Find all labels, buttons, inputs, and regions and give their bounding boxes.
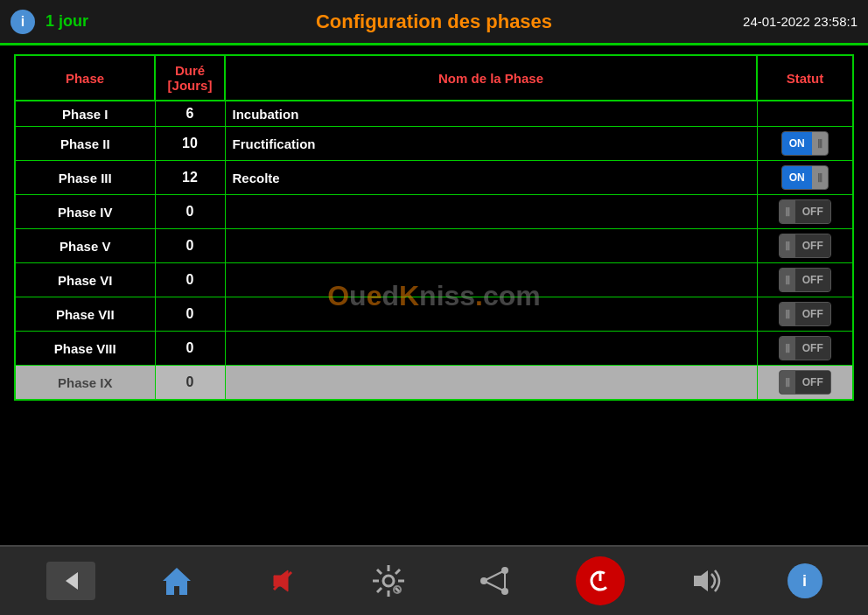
- phase-name-cell: Phase IV: [15, 195, 155, 229]
- svg-line-9: [377, 570, 382, 574]
- statut-cell[interactable]: [757, 101, 853, 127]
- toggle-lines-icon: ⦀: [780, 371, 795, 394]
- phase-name-cell: Phase VI: [15, 263, 155, 297]
- nom-phase-cell: [225, 297, 757, 332]
- toggle-off-button[interactable]: ⦀OFF: [779, 234, 831, 258]
- off-label: OFF: [795, 234, 830, 257]
- toggle-off-button[interactable]: ⦀OFF: [779, 268, 831, 292]
- toggle-off-button[interactable]: ⦀OFF: [779, 199, 831, 224]
- nom-phase-cell: [225, 366, 757, 401]
- home-button[interactable]: [152, 556, 201, 605]
- col-header-statut: Statut: [757, 55, 853, 101]
- svg-point-4: [383, 576, 394, 586]
- toggle-on-button[interactable]: ON⦀: [781, 165, 829, 190]
- phase-name-cell: Phase III: [15, 161, 155, 195]
- header-jour: 1 jour: [46, 12, 88, 31]
- phase-name-cell: Phase VII: [15, 297, 155, 332]
- nom-phase-cell: [225, 195, 757, 229]
- phase-name-cell: Phase I: [15, 101, 155, 127]
- header-title: Configuration des phases: [316, 10, 552, 33]
- nom-phase-cell: Recolte: [225, 161, 757, 195]
- statut-cell[interactable]: ON⦀: [757, 127, 853, 161]
- statut-cell[interactable]: ⦀OFF: [757, 332, 853, 366]
- statut-cell[interactable]: ON⦀: [757, 161, 853, 195]
- power-button[interactable]: [576, 556, 625, 605]
- network-icon: [475, 562, 514, 600]
- table-row: Phase IV0⦀OFF: [15, 195, 853, 229]
- duree-cell: 10: [155, 127, 225, 161]
- toggle-lines-icon: ⦀: [812, 132, 828, 155]
- toggle-off-button[interactable]: ⦀OFF: [779, 370, 831, 395]
- info-button-bottom[interactable]: i: [788, 563, 822, 598]
- off-label: OFF: [795, 371, 830, 394]
- svg-marker-22: [694, 570, 708, 591]
- off-label: OFF: [795, 200, 830, 223]
- toggle-off-button[interactable]: ⦀OFF: [779, 302, 831, 326]
- duree-cell: 6: [155, 101, 225, 127]
- duree-cell: 0: [155, 332, 225, 366]
- settings-button[interactable]: [364, 556, 413, 605]
- toggle-lines-icon: ⦀: [780, 200, 795, 223]
- volume-icon: [687, 563, 725, 598]
- phase-table: Phase Duré [Jours] Nom de la Phase Statu…: [14, 54, 854, 401]
- header: i 1 jour Configuration des phases 24-01-…: [0, 0, 868, 45]
- svg-marker-0: [66, 572, 78, 590]
- col-header-duree: Duré [Jours]: [155, 55, 225, 101]
- home-icon: [159, 563, 194, 598]
- mute-button[interactable]: [258, 556, 307, 605]
- svg-line-18: [484, 581, 505, 591]
- col-header-phase: Phase: [15, 55, 155, 101]
- duree-cell: 0: [155, 366, 225, 401]
- statut-cell[interactable]: ⦀OFF: [757, 229, 853, 263]
- table-row: Phase VI0⦀OFF: [15, 263, 853, 297]
- on-label: ON: [782, 132, 812, 155]
- duree-cell: 0: [155, 297, 225, 332]
- svg-marker-1: [163, 568, 191, 595]
- table-row: Phase VIII0⦀OFF: [15, 332, 853, 366]
- volume-button[interactable]: [682, 556, 731, 605]
- main-content: OuedKniss.com Phase Duré [Jours] Nom de …: [0, 45, 868, 545]
- power-icon: [587, 568, 613, 594]
- info-icon-header[interactable]: i: [10, 10, 35, 34]
- statut-cell[interactable]: ⦀OFF: [757, 297, 853, 332]
- toggle-on-button[interactable]: ON⦀: [781, 131, 829, 156]
- on-label: ON: [782, 166, 812, 189]
- nom-phase-cell: Fructification: [225, 127, 757, 161]
- duree-cell: 0: [155, 229, 225, 263]
- duree-cell: 12: [155, 161, 225, 195]
- mute-icon: [265, 563, 300, 598]
- nom-phase-cell: [225, 332, 757, 366]
- svg-line-17: [484, 570, 505, 581]
- off-label: OFF: [795, 269, 830, 291]
- nom-phase-cell: Incubation: [225, 101, 757, 127]
- settings-gear-icon: [369, 562, 408, 600]
- toggle-lines-icon: ⦀: [780, 269, 795, 291]
- toggle-lines-icon: ⦀: [780, 234, 795, 257]
- table-row: Phase II10FructificationON⦀: [15, 127, 853, 161]
- phase-name-cell: Phase VIII: [15, 332, 155, 366]
- phase-name-cell: Phase II: [15, 127, 155, 161]
- col-header-nom: Nom de la Phase: [225, 55, 757, 101]
- statut-cell[interactable]: ⦀OFF: [757, 263, 853, 297]
- nom-phase-cell: [225, 229, 757, 263]
- toggle-lines-icon: ⦀: [780, 303, 795, 325]
- header-datetime: 24-01-2022 23:58:1: [743, 14, 858, 29]
- phase-name-cell: Phase IX: [15, 366, 155, 401]
- nom-phase-cell: [225, 263, 757, 297]
- table-header-row: Phase Duré [Jours] Nom de la Phase Statu…: [15, 55, 853, 101]
- toggle-lines-icon: ⦀: [780, 337, 795, 360]
- back-button[interactable]: [46, 562, 95, 600]
- statut-cell[interactable]: ⦀OFF: [757, 366, 853, 401]
- statut-cell[interactable]: ⦀OFF: [757, 195, 853, 229]
- duree-cell: 0: [155, 263, 225, 297]
- toggle-off-button[interactable]: ⦀OFF: [779, 336, 831, 360]
- table-row: Phase III12RecolteON⦀: [15, 161, 853, 195]
- toggle-lines-icon: ⦀: [812, 166, 828, 189]
- network-button[interactable]: [470, 556, 519, 605]
- off-label: OFF: [795, 337, 830, 360]
- toolbar: i: [0, 545, 868, 615]
- phase-name-cell: Phase V: [15, 229, 155, 263]
- table-row: Phase V0⦀OFF: [15, 229, 853, 263]
- table-row: Phase IX0⦀OFF: [15, 366, 853, 401]
- duree-cell: 0: [155, 195, 225, 229]
